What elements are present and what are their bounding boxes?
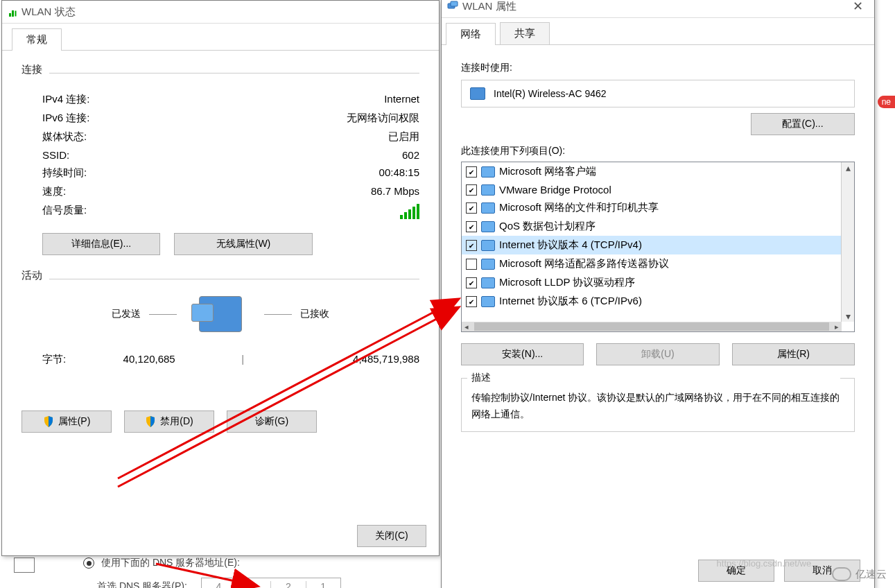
network-item[interactable]: Internet 协议版本 4 (TCP/IPv4) [462, 236, 854, 254]
duration-label: 持续时间: [42, 166, 87, 180]
protocol-icon [481, 202, 495, 214]
protocol-icon [481, 221, 495, 232]
details-button[interactable]: 详细信息(E)... [42, 233, 160, 255]
duration-value: 00:48:15 [379, 166, 419, 180]
protocol-icon [481, 259, 495, 270]
network-item[interactable]: Microsoft 网络适配器多路传送器协议 [462, 254, 854, 273]
protocol-icon [481, 296, 495, 307]
scroll-up-icon[interactable]: ▴ [846, 162, 851, 173]
ipv4-label: IPv4 连接: [42, 93, 89, 106]
svg-rect-1 [451, 1, 458, 6]
props-tabstrip: 网络 共享 [442, 18, 874, 45]
signal-bars-icon [400, 204, 419, 219]
speed-label: 速度: [42, 185, 66, 198]
network-item[interactable]: Microsoft 网络客户端 [462, 162, 854, 181]
adapter-icon [470, 87, 485, 100]
divider [49, 73, 419, 74]
disable-button[interactable]: 禁用(D) [124, 410, 214, 433]
description-text: 传输控制协议/Internet 协议。该协议是默认的广域网络协议，用于在不同的相… [471, 390, 844, 423]
ipv4-value: Internet [384, 93, 419, 106]
scrollbar-horizontal[interactable]: ◂ ▸ [462, 322, 842, 331]
shield-icon [43, 416, 54, 427]
network-item[interactable]: VMware Bridge Protocol [462, 181, 854, 198]
checkbox[interactable] [466, 277, 477, 288]
ipv6-value: 无网络访问权限 [347, 112, 419, 125]
shield-icon [145, 416, 156, 427]
network-item[interactable]: Internet 协议版本 6 (TCP/IPv6) [462, 292, 854, 311]
description-legend: 描述 [467, 372, 840, 384]
bytes-label: 字节: [42, 353, 66, 366]
network-items-list[interactable]: Microsoft 网络客户端VMware Bridge ProtocolMic… [461, 162, 855, 332]
close-icon[interactable]: ✕ [847, 0, 869, 14]
signal-label: 信号质量: [42, 204, 87, 219]
item-label: Internet 协议版本 4 (TCP/IPv4) [499, 239, 642, 252]
network-item[interactable]: Microsoft 网络的文件和打印机共享 [462, 198, 854, 217]
checkbox[interactable] [466, 240, 477, 251]
ipv6-label: IPv6 连接: [42, 112, 89, 125]
brand-label: 亿速云 [855, 568, 887, 581]
checkbox[interactable] [466, 259, 477, 270]
recv-line [264, 314, 292, 315]
description-fieldset: 描述 传输控制协议/Internet 协议。该协议是默认的广域网络协议，用于在不… [461, 378, 855, 432]
item-label: Microsoft 网络的文件和打印机共享 [499, 201, 659, 214]
network-item[interactable]: QoS 数据包计划程序 [462, 217, 854, 236]
uninstall-button[interactable]: 卸载(U) [596, 343, 719, 365]
cloud-icon [832, 567, 851, 581]
configure-button[interactable]: 配置(C)... [751, 113, 855, 135]
checkbox[interactable] [466, 184, 477, 196]
install-button[interactable]: 安装(N)... [461, 343, 584, 365]
item-label: VMware Bridge Protocol [499, 184, 611, 196]
protocol-icon [481, 184, 495, 196]
section-activity: 活动 [21, 269, 42, 282]
item-label: Microsoft LLDP 协议驱动程序 [499, 276, 635, 289]
bytes-recv: 4,485,719,988 [253, 353, 419, 366]
scroll-right-icon[interactable]: ▸ [832, 322, 842, 331]
checkbox[interactable] [466, 296, 477, 307]
sent-line [149, 314, 177, 315]
network-item[interactable]: Microsoft LLDP 协议驱动程序 [462, 273, 854, 292]
activity-computers-icon [199, 296, 242, 332]
tab-share[interactable]: 共享 [500, 22, 550, 44]
protocol-icon [481, 240, 495, 251]
item-label: QoS 数据包计划程序 [499, 220, 596, 233]
checkbox[interactable] [466, 202, 477, 214]
diagnose-button[interactable]: 诊断(G) [227, 410, 317, 433]
sent-label: 已发送 [112, 308, 141, 320]
tab-network[interactable]: 网络 [446, 23, 496, 45]
close-button[interactable]: 关闭(C) [357, 525, 426, 547]
scrollbar-vertical[interactable]: ▴ ▾ [841, 162, 854, 322]
item-label: Internet 协议版本 6 (TCP/IPv6) [499, 295, 642, 308]
bg-rect-icon [14, 557, 35, 573]
section-connection: 连接 [21, 63, 42, 76]
props-titlebar[interactable]: WLAN 属性 ✕ [442, 0, 874, 18]
items-label: 此连接使用下列项目(O): [461, 145, 855, 157]
protocol-icon [481, 166, 495, 178]
item-label: Microsoft 网络适配器多路传送器协议 [499, 257, 669, 270]
wireless-props-button[interactable]: 无线属性(W) [174, 233, 313, 255]
divider [49, 279, 419, 279]
wlan-properties-window: WLAN 属性 ✕ 网络 共享 连接时使用: Intel(R) Wireless… [441, 0, 875, 588]
props-title: WLAN 属性 [462, 0, 516, 13]
scroll-down-icon[interactable]: ▾ [846, 311, 851, 322]
scroll-left-icon[interactable]: ◂ [462, 322, 471, 331]
status-titlebar[interactable]: WLAN 状态 [2, 1, 439, 24]
connect-using-label: 连接时使用: [461, 62, 855, 74]
page-badge: ne [878, 96, 895, 108]
media-value: 已启用 [388, 130, 419, 144]
wlan-status-window: WLAN 状态 常规 连接 IPv4 连接:Internet IPv6 连接:无… [1, 0, 440, 556]
media-label: 媒体状态: [42, 130, 87, 144]
bg-dns-pref-label: 首选 DNS 服务器(P): [97, 580, 187, 588]
item-properties-button[interactable]: 属性(R) [732, 343, 855, 365]
ssid-value: 602 [402, 149, 419, 161]
tab-general[interactable]: 常规 [12, 28, 62, 51]
status-tabstrip: 常规 [2, 24, 439, 51]
brand-mark: 亿速云 [832, 567, 887, 581]
adapter-box: Intel(R) Wireless-AC 9462 [461, 80, 855, 107]
properties-button[interactable]: 属性(P) [21, 410, 112, 433]
adapter-title-icon [447, 1, 458, 12]
checkbox[interactable] [466, 166, 477, 178]
scroll-thumb[interactable] [474, 322, 829, 331]
speed-value: 86.7 Mbps [371, 185, 419, 198]
wifi-icon [8, 7, 17, 17]
checkbox[interactable] [466, 221, 477, 232]
